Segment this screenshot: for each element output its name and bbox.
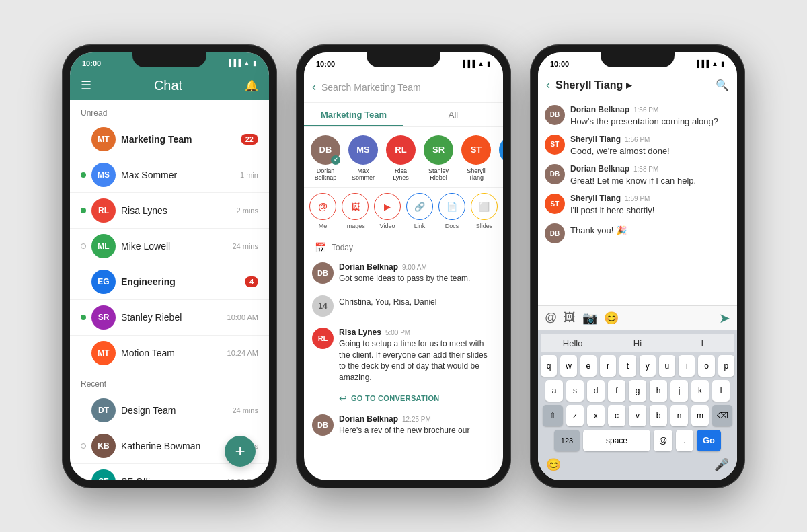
conv-content: Thank you! 🎉 xyxy=(570,223,627,237)
key-b[interactable]: b xyxy=(650,405,667,426)
key-m[interactable]: m xyxy=(691,405,709,426)
key-z[interactable]: z xyxy=(566,405,584,426)
mention-icon[interactable]: @ xyxy=(545,311,557,325)
key-p[interactable]: p xyxy=(718,355,734,377)
check-badge: ✓ xyxy=(331,155,340,165)
list-item[interactable]: EG Engineering 4 xyxy=(70,264,269,300)
suggestion-hello[interactable]: Hello xyxy=(541,334,605,352)
message-text: Here's a rev of the new brochure our xyxy=(339,425,495,436)
message-sender: Dorian Belknap xyxy=(339,262,398,272)
list-item[interactable]: MT Marketing Team 22 xyxy=(70,122,269,157)
person-item[interactable]: MS MaxSommer xyxy=(347,135,379,182)
list-item[interactable]: MS Max Sommer 1 min xyxy=(70,157,269,193)
chat-name: Motion Team xyxy=(121,348,175,358)
key-space[interactable]: space xyxy=(583,430,650,451)
bell-icon[interactable]: 🔔 xyxy=(245,79,258,92)
key-h[interactable]: h xyxy=(650,380,667,402)
list-item[interactable]: MT Motion Team 10:24 AM xyxy=(70,336,269,371)
key-q[interactable]: q xyxy=(541,355,557,377)
camera-icon[interactable]: 📷 xyxy=(582,311,597,326)
back-button[interactable]: ‹ xyxy=(546,78,550,92)
key-k[interactable]: k xyxy=(691,380,709,402)
filter-link[interactable]: 🔗 Link xyxy=(406,193,433,229)
filter-images[interactable]: 🖼 Images xyxy=(342,193,369,229)
key-i[interactable]: i xyxy=(679,355,695,377)
battery-icon: ▮ xyxy=(253,59,257,67)
tab-all[interactable]: All xyxy=(404,103,503,126)
conv-avatar: ST xyxy=(545,194,565,214)
message-input-area: @ 🖼 📷 😊 ➤ Hello Hi I q xyxy=(538,305,737,480)
key-e[interactable]: e xyxy=(580,355,597,377)
person-name: RisaLynes xyxy=(393,167,409,182)
list-item[interactable]: ML Mike Lowell 24 mins xyxy=(70,229,269,264)
key-r[interactable]: r xyxy=(600,355,616,377)
key-f[interactable]: f xyxy=(608,380,625,402)
message-content: Risa Lynes 5:00 PM Going to setup a time… xyxy=(339,328,495,383)
key-n[interactable]: n xyxy=(670,405,688,426)
filter-docs[interactable]: 📄 Docs xyxy=(438,193,465,229)
key-c[interactable]: c xyxy=(608,405,625,426)
key-d[interactable]: d xyxy=(587,380,605,402)
person-item[interactable]: SR StanleyRiebel xyxy=(422,135,455,182)
chat-name: Marketing Team xyxy=(121,134,192,145)
time-3: 10:00 xyxy=(550,60,569,68)
person-name: SheryllTiang xyxy=(467,167,486,182)
battery-icon: ▮ xyxy=(721,60,725,67)
hamburger-icon[interactable]: ☰ xyxy=(81,78,91,93)
image-icon[interactable]: 🖼 xyxy=(564,311,576,325)
status-icons-1: ▐▐▐ ▲ ▮ xyxy=(227,59,257,67)
list-item[interactable]: RL Risa Lynes 2 mins xyxy=(70,193,269,229)
suggestion-hi[interactable]: Hi xyxy=(605,334,670,352)
key-w[interactable]: w xyxy=(560,355,576,377)
key-t[interactable]: t xyxy=(619,355,636,377)
search-input[interactable]: Search Marketing Team xyxy=(321,78,495,97)
list-item[interactable]: SR Stanley Riebel 10:00 AM xyxy=(70,300,269,336)
key-v[interactable]: v xyxy=(629,405,646,426)
chat-item-text: Marketing Team 22 xyxy=(121,134,258,145)
suggestion-i[interactable]: I xyxy=(670,334,734,352)
online-indicator xyxy=(81,208,86,213)
key-period[interactable]: . xyxy=(676,430,693,451)
go-to-conversation-link[interactable]: ↩ GO TO CONVERSATION xyxy=(304,389,503,409)
person-item[interactable]: ML MikeLowell xyxy=(498,135,503,182)
key-delete[interactable]: ⌫ xyxy=(712,405,732,426)
reaction-icon[interactable]: 😊 xyxy=(604,311,619,326)
chat-name: Mike Lowell xyxy=(121,241,170,252)
send-button[interactable]: ➤ xyxy=(719,310,730,326)
status-icons-3: ▐▐▐ ▲ ▮ xyxy=(695,60,725,67)
key-x[interactable]: x xyxy=(587,405,605,426)
emoji-button[interactable]: 😊 xyxy=(546,457,561,472)
compose-fab[interactable]: + xyxy=(225,436,256,467)
key-go[interactable]: Go xyxy=(697,430,721,451)
back-button[interactable]: ‹ xyxy=(312,80,316,94)
chat-item-text: Risa Lynes 2 mins xyxy=(121,205,258,216)
person-item[interactable]: ST SheryllTiang xyxy=(460,135,492,182)
key-shift[interactable]: ⇧ xyxy=(543,405,563,426)
message-sender: Dorian Belknap xyxy=(339,414,398,424)
keyboard-row-1: q w e r t y u i o p xyxy=(541,355,734,377)
tab-marketing-team[interactable]: Marketing Team xyxy=(304,103,404,126)
person-item[interactable]: RL RisaLynes xyxy=(385,135,417,182)
list-item[interactable]: DT Design Team 24 mins xyxy=(70,393,269,428)
key-at[interactable]: @ xyxy=(654,430,672,451)
key-s[interactable]: s xyxy=(566,380,584,402)
key-l[interactable]: l xyxy=(712,380,730,402)
key-g[interactable]: g xyxy=(629,380,646,402)
person-item[interactable]: DB ✓ DorianBelknap xyxy=(309,135,342,182)
filter-me[interactable]: @ Me xyxy=(309,193,336,229)
key-y[interactable]: y xyxy=(640,355,656,377)
filter-slides[interactable]: ⬜ Slides xyxy=(471,193,498,229)
key-123[interactable]: 123 xyxy=(554,430,580,451)
message-avatar: DB xyxy=(312,414,334,436)
signal-icon: ▐▐▐ xyxy=(461,60,475,67)
key-u[interactable]: u xyxy=(659,355,675,377)
key-a[interactable]: a xyxy=(545,380,563,402)
filter-video[interactable]: ▶ Video xyxy=(374,193,401,229)
unread-badge: 22 xyxy=(241,134,258,145)
filter-row: @ Me 🖼 Images ▶ Video 🔗 Link 📄 Docs xyxy=(304,188,503,235)
search-icon[interactable]: 🔍 xyxy=(716,79,729,91)
key-j[interactable]: j xyxy=(670,380,688,402)
key-o[interactable]: o xyxy=(698,355,714,377)
microphone-button[interactable]: 🎤 xyxy=(714,457,729,472)
conv-avatar: DB xyxy=(545,223,565,243)
